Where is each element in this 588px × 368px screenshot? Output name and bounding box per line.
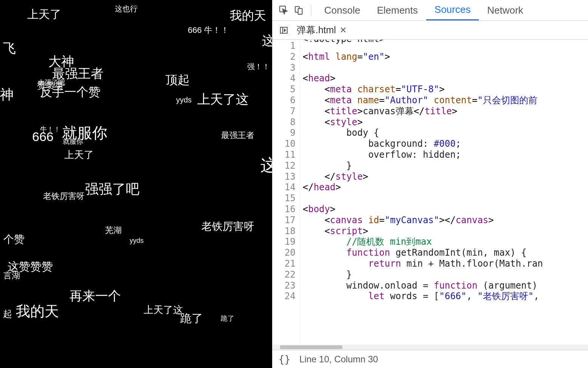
- code-line[interactable]: window.onload = function (argument): [303, 280, 588, 291]
- code-line[interactable]: <style>: [303, 117, 588, 128]
- danmu-text: 我的天: [16, 302, 59, 321]
- devtools-panel: Console Elements Sources Network 弹幕.html…: [272, 0, 588, 368]
- code-line[interactable]: let words = ["666", "老铁厉害呀",: [303, 291, 588, 302]
- danmu-text: 这: [262, 32, 272, 50]
- danmu-text: 起: [3, 308, 12, 320]
- code-line[interactable]: <title>canvas弹幕</title>: [303, 106, 588, 117]
- code-line[interactable]: return min + Math.floor(Math.ran: [303, 258, 588, 269]
- line-number: 11: [272, 149, 296, 160]
- danmu-text: 上天了: [27, 7, 61, 22]
- line-number: 3: [272, 62, 296, 73]
- danmu-text: 最强王者: [221, 130, 254, 141]
- line-number: 14: [272, 182, 296, 193]
- code-line[interactable]: </style>: [303, 171, 588, 182]
- code-line[interactable]: }: [303, 269, 588, 280]
- svg-marker-5: [284, 29, 286, 31]
- code-editor[interactable]: 123456789101112131415161718192021222324 …: [272, 40, 588, 345]
- inspect-icon[interactable]: [276, 3, 291, 18]
- status-bar: {} Line 10, Column 30: [272, 350, 588, 368]
- code-line[interactable]: //随机数 min到max: [303, 236, 588, 247]
- danmu-text: 跪了: [180, 311, 203, 326]
- danmu-text: 666 牛！！: [188, 25, 229, 36]
- danmu-text: 这也行: [115, 4, 138, 14]
- device-toggle-icon[interactable]: [291, 3, 306, 18]
- file-tabs-row: 弹幕.html ✕: [272, 21, 588, 40]
- line-number: 12: [272, 160, 296, 171]
- code-line[interactable]: [303, 62, 588, 73]
- code-line[interactable]: <head>: [303, 73, 588, 84]
- line-number: 20: [272, 247, 296, 258]
- line-number: 1: [272, 40, 296, 51]
- code-line[interactable]: <body>: [303, 204, 588, 215]
- line-number: 13: [272, 171, 296, 182]
- danmu-text: yyds: [130, 237, 144, 245]
- devtools-header: Console Elements Sources Network: [272, 0, 588, 21]
- line-number: 2: [272, 51, 296, 62]
- svg-rect-2: [298, 9, 302, 14]
- file-tab[interactable]: 弹幕.html ✕: [291, 21, 352, 39]
- file-tab-label: 弹幕.html: [297, 24, 336, 36]
- code-line[interactable]: body {: [303, 127, 588, 138]
- danmu-text: 个赞: [3, 232, 25, 247]
- danmu-text: 反手一个赞: [40, 84, 101, 101]
- line-number: 7: [272, 106, 296, 117]
- show-navigator-icon[interactable]: [276, 23, 291, 38]
- danmu-text: 芜湖: [105, 225, 122, 236]
- danmu-text: 我的天: [230, 8, 266, 24]
- canvas-preview: 这也行上天了我的天666 牛！！这飞大神强！！！最强王者顶起赞赞赞太强了吧神反手…: [0, 0, 272, 368]
- danmu-text: 再来一个: [70, 287, 121, 305]
- line-number: 22: [272, 269, 296, 280]
- code-line[interactable]: <meta charset="UTF-8">: [303, 84, 588, 95]
- code-line[interactable]: </head>: [303, 182, 588, 193]
- line-number: 6: [272, 95, 296, 106]
- line-number: 15: [272, 193, 296, 204]
- separator: [311, 5, 311, 16]
- code-line[interactable]: function getRandomInt(min, max) {: [303, 247, 588, 258]
- tab-network[interactable]: Network: [479, 0, 531, 20]
- horizontal-scrollbar[interactable]: [272, 345, 588, 350]
- danmu-text: 上天了这: [197, 91, 249, 108]
- line-number: 17: [272, 215, 296, 226]
- line-gutter: 123456789101112131415161718192021222324: [272, 40, 300, 345]
- code-line[interactable]: [303, 193, 588, 204]
- scroll-thumb[interactable]: [280, 345, 342, 349]
- line-number: 8: [272, 117, 296, 128]
- danmu-text: 就服你: [63, 137, 83, 146]
- danmu-text: 老铁厉害呀: [43, 191, 85, 202]
- danmu-text: 言湖: [3, 270, 20, 281]
- danmu-text: 上天了: [64, 148, 94, 161]
- code-line[interactable]: <script>: [303, 226, 588, 237]
- code-content[interactable]: <!doctype html><html lang="en"><head> <m…: [300, 40, 588, 345]
- tab-sources[interactable]: Sources: [426, 0, 479, 20]
- tab-elements[interactable]: Elements: [368, 0, 426, 20]
- danmu-text: 强！！！: [247, 62, 272, 72]
- line-number: 10: [272, 138, 296, 149]
- danmu-text: 老铁厉害呀: [201, 219, 254, 234]
- close-icon[interactable]: ✕: [340, 25, 347, 35]
- code-line[interactable]: overflow: hidden;: [303, 149, 588, 160]
- line-number: 9: [272, 127, 296, 138]
- code-line[interactable]: <!doctype html>: [303, 40, 588, 51]
- line-number: 21: [272, 258, 296, 269]
- danmu-text: 飞: [3, 40, 16, 57]
- line-number: 24: [272, 291, 296, 302]
- danmu-text: 强强了吧: [85, 180, 139, 199]
- code-line[interactable]: <canvas id="myCanvas"></canvas>: [303, 215, 588, 226]
- code-line[interactable]: <html lang="en">: [303, 51, 588, 62]
- line-number: 19: [272, 236, 296, 247]
- line-number: 4: [272, 73, 296, 84]
- line-number: 18: [272, 226, 296, 237]
- tab-console[interactable]: Console: [316, 0, 368, 20]
- line-number: 5: [272, 84, 296, 95]
- code-line[interactable]: background: #000;: [303, 138, 588, 149]
- danmu-text: 上天了这: [144, 303, 183, 317]
- devtools-tabs: Console Elements Sources Network: [316, 0, 532, 20]
- danmu-text: yyds: [176, 96, 192, 104]
- code-line[interactable]: <meta name="Author" content="只会切图的前: [303, 95, 588, 106]
- danmu-text: 跪了: [221, 314, 234, 323]
- braces-icon[interactable]: {}: [279, 354, 290, 365]
- code-line[interactable]: }: [303, 160, 588, 171]
- danmu-text: 666: [32, 129, 54, 144]
- line-number: 23: [272, 280, 296, 291]
- danmu-text: 这: [260, 154, 272, 177]
